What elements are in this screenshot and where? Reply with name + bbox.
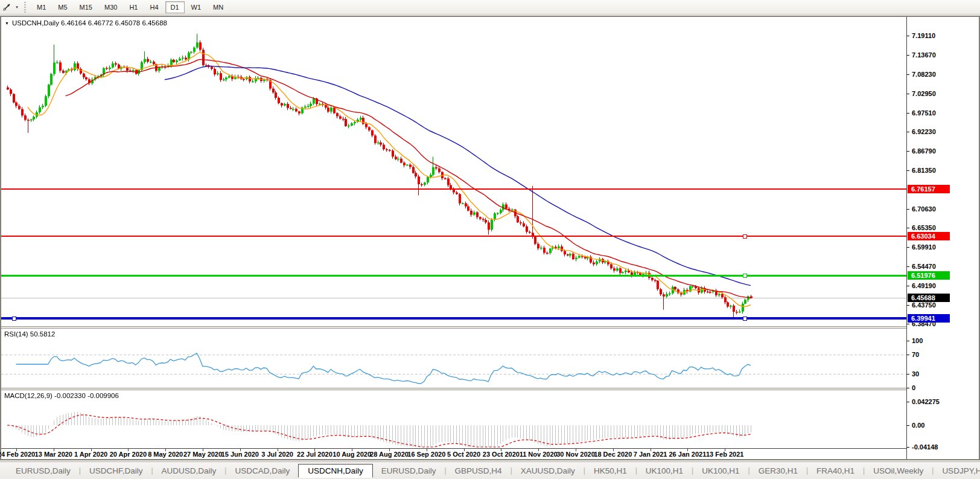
price-tick-label: 0.042275 [907, 397, 940, 406]
date-tick-label: 20 Apr 2020 [110, 451, 147, 458]
date-tick-label: 22 Jul 2020 [297, 451, 332, 458]
price-tick-label: 7.13670 [907, 51, 936, 59]
horizontal-line-6.39941[interactable] [1, 317, 906, 320]
chart-tab[interactable]: UK100,H1 [637, 465, 692, 477]
chart-tab[interactable]: UK100,H1 [693, 465, 748, 477]
cursor-tool-icon[interactable] [1, 2, 13, 13]
chart-tab[interactable]: XAUUSD,Daily [512, 465, 584, 477]
date-tick-mark [464, 449, 465, 451]
chart-tab[interactable]: USDCHF,Daily [81, 465, 151, 477]
chart-tab[interactable]: EURUSD,Daily [7, 465, 79, 477]
price-tick-label: 6.92230 [907, 127, 936, 136]
mt4-application: ▾ M1M5M15M30H1H4D1W1MN ▼ USDCNH,Daily 6.… [0, 0, 980, 479]
date-tick-mark [16, 449, 17, 451]
chart-tab[interactable]: EURUSD,Daily [373, 465, 445, 477]
price-label-6.63034: 6.63034 [908, 232, 950, 240]
date-tick-mark [427, 449, 427, 451]
date-tick-label: 5 Oct 2020 [447, 451, 480, 458]
line-handle[interactable] [743, 274, 747, 278]
price-tick-label: 6.81350 [907, 166, 936, 175]
price-label-6.76157: 6.76157 [908, 185, 950, 193]
date-tick-mark [501, 449, 501, 451]
rsi-pane[interactable]: RSI(14) 50.5812 [1, 329, 906, 388]
date-tick-label: 15 Jun 2020 [221, 451, 259, 458]
timeframe-button-d1[interactable]: D1 [165, 1, 185, 13]
horizontal-line-6.76157[interactable] [1, 188, 906, 190]
date-tick-label: 27 May 2020 [183, 451, 222, 458]
tool-dropdown-icon[interactable]: ▾ [13, 5, 21, 10]
date-tick-label: 23 Oct 2020 [483, 451, 520, 458]
chart-content: ▼ USDCNH,Daily 6.46164 6.46772 6.45078 6… [1, 17, 979, 459]
price-tick-label: 30 [907, 370, 919, 378]
chart-tab[interactable]: USDJPY,H1 [934, 465, 980, 477]
chart-window: ▼ USDCNH,Daily 6.46164 6.46772 6.45078 6… [0, 16, 980, 460]
chart-tab[interactable]: USOil,Weekly [865, 465, 932, 477]
price-tick-label: 6.49190 [907, 281, 936, 290]
symbol-dropdown-icon[interactable]: ▼ [5, 21, 9, 25]
date-tick-mark [687, 449, 688, 451]
rsi-label: RSI(14) 50.5812 [4, 330, 55, 338]
price-tick-label: 6.70630 [907, 205, 936, 213]
line-handle[interactable] [743, 234, 747, 239]
timeframe-button-h1[interactable]: H1 [124, 1, 143, 13]
current-price-label: 6.45688 [908, 294, 950, 302]
timeframe-group: M1M5M15M30H1H4D1W1MN [31, 0, 229, 14]
chart-tab[interactable]: USDCNH,Daily [298, 464, 373, 478]
date-tick-mark [352, 449, 352, 451]
date-tick-label: 8 May 2020 [148, 451, 183, 458]
date-tick-mark [613, 449, 614, 451]
date-tick-label: 7 Jan 2021 [634, 451, 667, 458]
chart-tab[interactable]: USDCAD,Daily [226, 465, 298, 477]
date-tick-mark [725, 449, 725, 451]
chart-tab[interactable]: AUDUSD,Daily [153, 465, 225, 477]
line-handle[interactable] [12, 317, 16, 321]
date-tick-label: 24 Feb 2020 [0, 451, 35, 458]
horizontal-line-6.63034[interactable] [1, 236, 906, 237]
toolbar-grip[interactable] [23, 2, 27, 13]
date-tick-mark [651, 449, 651, 451]
price-pane[interactable]: ▼ USDCNH,Daily 6.46164 6.46772 6.45078 6… [1, 17, 906, 326]
price-label-6.39941: 6.39941 [908, 314, 950, 323]
price-tick-label: 7.19110 [907, 31, 935, 40]
price-tick-label: 0 [907, 384, 915, 392]
date-tick-mark [278, 449, 278, 451]
macd-canvas[interactable] [1, 390, 906, 448]
chart-tab[interactable]: GER30,H1 [750, 465, 806, 477]
timeframe-button-mn[interactable]: MN [208, 1, 229, 13]
price-tick-label: 6.59910 [907, 243, 936, 251]
chart-tab[interactable]: FRA40,H1 [808, 465, 863, 477]
chart-tabs-bar: EURUSD,Daily|USDCHF,Daily|AUDUSD,Daily|U… [0, 461, 980, 479]
timeframe-button-w1[interactable]: W1 [186, 1, 207, 13]
pane-splitter[interactable] [1, 388, 979, 390]
date-tick-label: 28 Aug 2020 [370, 451, 409, 458]
timeframe-button-m1[interactable]: M1 [31, 1, 51, 13]
price-label-6.51976: 6.51976 [908, 271, 950, 280]
rsi-canvas[interactable] [1, 329, 906, 388]
price-tick-label: 6.86790 [907, 147, 936, 155]
line-handle[interactable] [743, 317, 747, 321]
timeframe-button-m30[interactable]: M30 [99, 1, 122, 13]
timeframe-button-h4[interactable]: H4 [144, 1, 164, 13]
chart-tab[interactable]: GBPUSD,H4 [447, 465, 511, 477]
chart-title[interactable]: ▼ USDCNH,Daily 6.46164 6.46772 6.45078 6… [5, 19, 167, 27]
date-tick-label: 11 Nov 2020 [520, 451, 558, 458]
date-tick-label: 13 Feb 2021 [706, 451, 743, 458]
price-tick-label: 6.65350 [907, 223, 936, 232]
horizontal-line-6.51976[interactable] [1, 275, 906, 277]
price-scale[interactable]: 7.191107.136707.082307.029506.975106.922… [906, 17, 979, 459]
pane-splitter[interactable] [1, 326, 979, 329]
price-tick-label: 100 [907, 336, 923, 345]
timeframe-button-m15[interactable]: M15 [74, 1, 98, 13]
price-tick-label: 70 [907, 350, 919, 359]
date-axis[interactable]: 24 Feb 202013 Mar 20201 Apr 202020 Apr 2… [1, 448, 979, 459]
date-tick-mark [240, 449, 241, 451]
date-tick-mark [203, 449, 203, 451]
chart-tab[interactable]: HK50,H1 [585, 465, 635, 477]
price-tick-label: 7.02950 [907, 89, 936, 98]
price-tick-label: 6.54470 [907, 262, 936, 271]
timeframe-button-m5[interactable]: M5 [52, 1, 72, 13]
date-tick-mark [538, 449, 539, 451]
price-chart-canvas[interactable] [1, 17, 906, 326]
price-tick-label: 6.97510 [907, 109, 936, 117]
macd-pane[interactable]: MACD(12,26,9) -0.002330 -0.009906 [1, 390, 906, 448]
